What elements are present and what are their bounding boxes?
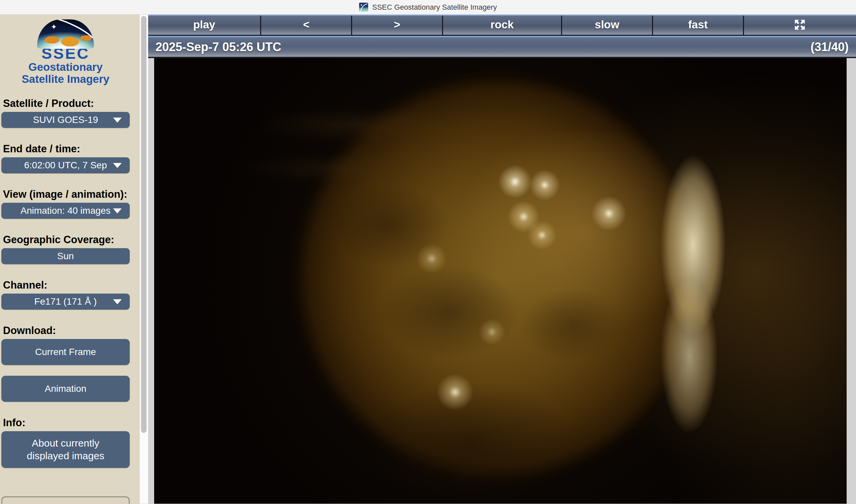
geographic-coverage-value: Sun: [57, 251, 74, 262]
chevron-down-icon: [113, 209, 122, 213]
main-content: play < > rock slow fast 2025-Sep-7 05:26: [148, 15, 856, 504]
fast-button[interactable]: fast: [652, 16, 743, 35]
rock-button[interactable]: rock: [442, 16, 561, 35]
ssec-globe-icon: ✦: [37, 19, 94, 49]
expand-arrows-icon: [794, 19, 806, 31]
channel-value: Fe171 (171 Å ): [34, 296, 97, 307]
sidebar: ✦ SSEC Geostationary Satellite Imagery S…: [0, 15, 140, 504]
page-tab-title: SSEC Geostationary Satellite Imagery: [372, 3, 497, 12]
chevron-down-icon: [113, 118, 122, 123]
status-bar: 2025-Sep-7 05:26 UTC (31/40): [148, 37, 856, 58]
site-favicon-icon: [359, 3, 368, 12]
step-back-button[interactable]: <: [260, 16, 351, 35]
frame-counter: (31/40): [810, 40, 849, 54]
info-label: Info:: [1, 417, 130, 428]
download-current-frame-label: Current Frame: [35, 347, 96, 357]
logo-subtitle-line2: Satellite Imagery: [1, 73, 130, 85]
ssec-logo: ✦ SSEC Geostationary Satellite Imagery: [1, 19, 130, 85]
end-datetime-select[interactable]: 6:02:00 UTC, 7 Sep: [1, 157, 130, 173]
logo-subtitle-line1: Geostationary: [1, 61, 130, 73]
geographic-coverage-button[interactable]: Sun: [1, 248, 130, 264]
image-viewport: [154, 58, 846, 504]
suvi-solar-disk-image: [154, 58, 846, 504]
download-label: Download:: [1, 325, 130, 336]
fullscreen-button[interactable]: [743, 16, 856, 35]
logo-orbit-swoosh-icon: [37, 19, 94, 49]
satellite-product-label: Satellite / Product:: [1, 98, 130, 109]
frame-datetime: 2025-Sep-7 05:26 UTC: [155, 40, 281, 54]
channel-select[interactable]: Fe171 (171 Å ): [1, 293, 130, 310]
info-about-button[interactable]: About currently displayed images: [1, 431, 130, 468]
download-animation-label: Animation: [45, 383, 87, 394]
chevron-down-icon: [113, 163, 122, 168]
next-button-partially-visible[interactable]: [1, 496, 130, 504]
satellite-product-select[interactable]: SUVI GOES-19: [1, 112, 130, 128]
channel-label: Channel:: [1, 280, 130, 291]
browser-titlebar: SSEC Geostationary Satellite Imagery: [0, 0, 856, 15]
app-shell: ✦ SSEC Geostationary Satellite Imagery S…: [0, 15, 856, 504]
download-current-frame-button[interactable]: Current Frame: [1, 339, 130, 365]
info-about-label: About currently displayed images: [13, 437, 118, 462]
end-datetime-value: 6:02:00 UTC, 7 Sep: [24, 160, 107, 171]
view-mode-label: View (image / animation):: [1, 189, 130, 200]
geographic-coverage-label: Geographic Coverage:: [1, 234, 130, 245]
download-animation-button[interactable]: Animation: [1, 376, 130, 402]
sidebar-scrollbar-thumb[interactable]: [141, 16, 147, 433]
chevron-down-icon: [113, 299, 122, 304]
satellite-product-value: SUVI GOES-19: [33, 114, 98, 125]
step-forward-button[interactable]: >: [351, 16, 442, 35]
slow-button[interactable]: slow: [561, 16, 652, 35]
play-button[interactable]: play: [148, 16, 260, 35]
end-datetime-label: End date / time:: [1, 143, 130, 154]
view-mode-select[interactable]: Animation: 40 images: [1, 203, 130, 219]
view-mode-value: Animation: 40 images: [20, 205, 110, 216]
sidebar-scrollbar-track[interactable]: [140, 15, 148, 504]
animation-toolbar: play < > rock slow fast: [148, 15, 856, 36]
